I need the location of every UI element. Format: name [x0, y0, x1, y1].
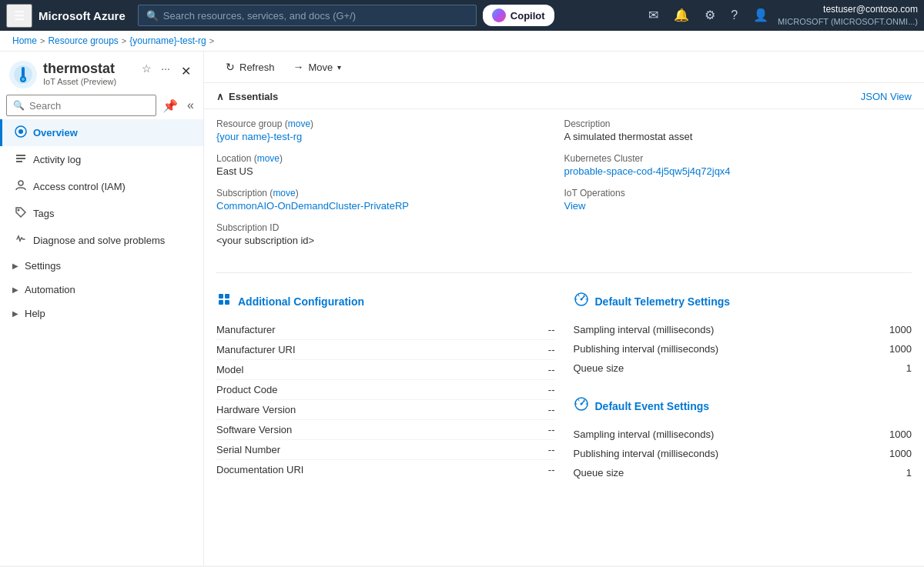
sidebar-item-access-control[interactable]: Access control (IAM) — [0, 173, 203, 200]
telemetry-queue-value: 1 — [873, 362, 912, 374]
essentials-header: ∧ Essentials JSON View — [204, 83, 924, 109]
global-search-input[interactable] — [163, 10, 468, 22]
config-hardware-version-label: Hardware Version — [216, 404, 524, 415]
search-icon: 🔍 — [146, 10, 159, 22]
resource-title: thermostat — [43, 61, 134, 77]
essentials-subscription-label: Subscription (move) — [216, 188, 564, 198]
automation-group-chevron-icon: ▶ — [12, 285, 18, 294]
pin-button[interactable]: 📌 — [159, 95, 181, 116]
config-manufacturer-uri-label: Manufacturer URI — [216, 344, 524, 355]
notifications-icon[interactable]: 🔔 — [668, 5, 695, 25]
essentials-iot-operations: IoT Operations View — [564, 188, 912, 212]
user-icon[interactable]: 👤 — [747, 5, 775, 25]
subscription-move-link[interactable]: move — [273, 188, 295, 198]
breadcrumb-home[interactable]: Home — [12, 35, 37, 46]
telemetry-settings-title: Default Telemetry Settings — [595, 295, 731, 308]
sidebar-item-overview[interactable]: Overview — [0, 119, 203, 146]
resource-subtitle: IoT Asset (Preview) — [43, 77, 134, 86]
sidebar-search-input[interactable] — [29, 100, 149, 112]
sidebar-search-icon: 🔍 — [13, 100, 25, 111]
user-info: testuser@contoso.com MICROSOFT (MICROSOF… — [778, 4, 918, 27]
favorite-button[interactable]: ☆ — [140, 61, 153, 76]
essentials-subscription-id-value: <your subscription id> — [216, 235, 564, 246]
close-button[interactable]: ✕ — [178, 61, 194, 82]
move-button[interactable]: → Move ▾ — [284, 58, 351, 76]
essentials-kubernetes: Kubernetes Cluster probable-space-cod-4j… — [564, 153, 912, 177]
event-publishing-row: Publishing interval (milliseconds) 1000 — [574, 444, 912, 463]
config-row-model: Model -- — [216, 360, 555, 380]
content-toolbar: ↻ Refresh → Move ▾ — [204, 52, 924, 83]
essentials-subscription-id: Subscription ID <your subscription id> — [216, 222, 564, 246]
iot-operations-view-link[interactable]: View — [564, 200, 586, 212]
telemetry-sampling-label: Sampling interval (milliseconds) — [574, 324, 874, 335]
sidebar-search-box[interactable]: 🔍 — [6, 95, 156, 116]
telemetry-table: Sampling interval (milliseconds) 1000 Pu… — [574, 320, 912, 378]
topbar: ☰ Microsoft Azure 🔍 Copilot ✉ 🔔 ⚙ ? 👤 te… — [0, 0, 924, 31]
json-view-link[interactable]: JSON View — [861, 91, 912, 102]
hamburger-menu[interactable]: ☰ — [6, 4, 32, 28]
move-icon: → — [293, 61, 304, 73]
config-row-software-version: Software Version -- — [216, 420, 555, 440]
sidebar-group-automation-label: Automation — [25, 284, 75, 295]
sidebar-group-settings[interactable]: ▶ Settings — [0, 254, 203, 278]
refresh-button[interactable]: ↻ Refresh — [216, 58, 284, 76]
sidebar-item-tags[interactable]: Tags — [0, 200, 203, 227]
global-search-box[interactable]: 🔍 — [138, 5, 477, 26]
sidebar-item-diagnose-label: Diagnose and solve problems — [33, 235, 165, 246]
user-tenant: MICROSOFT (MICROSOFT.ONMI...) — [778, 16, 918, 27]
breadcrumb-resource-group[interactable]: {yourname}-test-rg — [129, 35, 206, 46]
breadcrumb-sep-2: > — [122, 36, 126, 45]
essentials-resource-group: Resource group (move) {your name}-test-r… — [216, 118, 564, 142]
telemetry-sampling-row: Sampling interval (milliseconds) 1000 — [574, 320, 912, 339]
breadcrumb-sep-1: > — [40, 36, 45, 45]
essentials-iot-operations-label: IoT Operations — [564, 188, 912, 198]
config-row-product-code: Product Code -- — [216, 380, 555, 400]
more-options-button[interactable]: ··· — [159, 61, 172, 76]
breadcrumb-sep-3: > — [209, 36, 214, 45]
essentials-left-col: Resource group (move) {your name}-test-r… — [216, 118, 564, 257]
main-layout: thermostat IoT Asset (Preview) ☆ ··· ✕ 🔍… — [0, 52, 924, 565]
sidebar-group-help[interactable]: ▶ Help — [0, 302, 203, 325]
config-manufacturer-value: -- — [524, 324, 555, 335]
config-software-version-value: -- — [524, 424, 555, 435]
sidebar-item-activity-log[interactable]: Activity log — [0, 146, 203, 173]
subscription-value-link[interactable]: CommonAIO-OnDemandCluster-PrivateRP — [216, 200, 409, 212]
event-table: Sampling interval (milliseconds) 1000 Pu… — [574, 425, 912, 482]
access-control-icon — [15, 179, 27, 194]
svg-point-11 — [18, 209, 20, 212]
sidebar-item-overview-label: Overview — [33, 127, 78, 138]
copilot-button[interactable]: Copilot — [483, 5, 554, 26]
event-settings-title: Default Event Settings — [595, 400, 710, 412]
collapse-sidebar-button[interactable]: « — [184, 95, 197, 115]
copilot-label: Copilot — [511, 10, 545, 22]
resource-group-move-link[interactable]: move — [288, 118, 310, 129]
help-icon[interactable]: ? — [725, 5, 744, 25]
sidebar-group-automation[interactable]: ▶ Automation — [0, 278, 203, 302]
config-row-manufacturer: Manufacturer -- — [216, 320, 555, 340]
move-chevron-icon: ▾ — [337, 63, 341, 72]
feedback-icon[interactable]: ✉ — [642, 5, 665, 25]
telemetry-settings-header: Default Telemetry Settings — [574, 292, 912, 311]
config-model-value: -- — [524, 364, 555, 375]
sidebar-item-diagnose[interactable]: Diagnose and solve problems — [0, 227, 203, 254]
telemetry-publishing-label: Publishing interval (milliseconds) — [574, 343, 874, 355]
breadcrumb-resource-groups[interactable]: Resource groups — [48, 35, 118, 46]
additional-config-section: Additional Configuration Manufacturer --… — [216, 292, 555, 482]
kubernetes-value-link[interactable]: probable-space-cod-4j5qw5j4q72jqx4 — [564, 165, 731, 177]
location-move-link[interactable]: move — [257, 153, 280, 164]
help-group-chevron-icon: ▶ — [12, 309, 18, 318]
sidebar-group-help-label: Help — [25, 308, 45, 319]
resource-icon — [9, 61, 37, 88]
overview-icon — [15, 125, 27, 140]
additional-config-header: Additional Configuration — [216, 292, 555, 311]
essentials-resource-group-label: Resource group (move) — [216, 118, 564, 129]
sidebar-item-iam-label: Access control (IAM) — [33, 181, 126, 192]
telemetry-publishing-value: 1000 — [873, 343, 912, 355]
resource-group-value-link[interactable]: {your name}-test-rg — [216, 131, 302, 142]
config-documentation-uri-value: -- — [524, 464, 555, 475]
event-queue-row: Queue size 1 — [574, 463, 912, 482]
config-row-hardware-version: Hardware Version -- — [216, 400, 555, 420]
essentials-collapse-icon[interactable]: ∧ — [216, 91, 224, 102]
settings-icon[interactable]: ⚙ — [698, 5, 721, 25]
refresh-label: Refresh — [239, 62, 275, 73]
